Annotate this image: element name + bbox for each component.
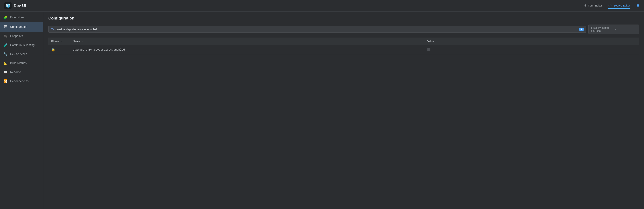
config-table: Phase ⇅ Name ⇅ Value 🔒 bbox=[48, 38, 639, 54]
logo-area: 🧊 Dev UI bbox=[4, 2, 48, 10]
cell-value[interactable] bbox=[424, 45, 639, 54]
sidebar-item-label: Build Metrics bbox=[10, 62, 27, 65]
sidebar-item-label: Dev Services bbox=[10, 52, 27, 56]
sidebar-item-label: Continuous Testing bbox=[10, 44, 35, 47]
sidebar-item-readme[interactable]: 📖 Readme bbox=[0, 68, 43, 77]
search-badge: 1 bbox=[580, 28, 584, 31]
filter-icon bbox=[51, 28, 54, 31]
form-editor-button[interactable]: ⚙ Form Editor bbox=[584, 3, 602, 9]
sidebar-item-label: Dependencies bbox=[10, 80, 28, 83]
endpoints-icon: 🔌 bbox=[4, 34, 8, 38]
source-editor-icon: </> bbox=[608, 4, 612, 7]
config-value-checkbox[interactable] bbox=[427, 48, 430, 51]
top-bar-actions: ⚙ Form Editor </> Source Editor 🖥 bbox=[584, 3, 640, 9]
sidebar-item-label: Configuration bbox=[10, 25, 27, 28]
column-header-value: Value bbox=[424, 38, 639, 45]
svg-point-5 bbox=[4, 27, 5, 28]
sidebar-item-build-metrics[interactable]: 📐 Build Metrics bbox=[0, 59, 43, 68]
sidebar-item-endpoints[interactable]: 🔌 Endpoints bbox=[0, 32, 43, 40]
build-metrics-icon: 📐 bbox=[4, 61, 8, 65]
svg-point-3 bbox=[4, 25, 5, 26]
monitor-icon[interactable]: 🖥 bbox=[636, 4, 640, 8]
filter-bar: 1 Filter by config sources ▼ bbox=[48, 24, 639, 34]
sidebar: 🧩 Extensions Configuration 🔌 Endpoints � bbox=[0, 12, 43, 209]
cell-name: quarkus.dapr.devservices.enabled bbox=[70, 45, 424, 54]
continuous-testing-icon: 🧪 bbox=[4, 43, 8, 47]
chevron-down-icon: ▼ bbox=[614, 28, 636, 31]
cell-phase: 🔒 bbox=[48, 45, 70, 54]
sidebar-item-dev-services[interactable]: 🔧 Dev Services bbox=[0, 50, 43, 59]
app-logo: 🧊 bbox=[4, 2, 12, 10]
main-layout: 🧩 Extensions Configuration 🔌 Endpoints � bbox=[0, 12, 644, 209]
top-bar: 🧊 Dev UI ⚙ Form Editor </> Source Editor… bbox=[0, 0, 644, 12]
extensions-icon: 🧩 bbox=[4, 16, 8, 20]
app-title: Dev UI bbox=[14, 4, 26, 8]
sidebar-item-continuous-testing[interactable]: 🧪 Continuous Testing bbox=[0, 40, 43, 50]
sidebar-item-dependencies[interactable]: 🔀 Dependencies bbox=[0, 77, 43, 86]
column-header-phase[interactable]: Phase ⇅ bbox=[48, 38, 70, 45]
svg-point-4 bbox=[6, 26, 7, 27]
table-header-row: Phase ⇅ Name ⇅ Value bbox=[48, 38, 639, 45]
search-box: 1 bbox=[48, 26, 586, 33]
dev-services-icon: 🔧 bbox=[4, 52, 8, 56]
page-title: Configuration bbox=[48, 16, 639, 20]
content-area: Configuration 1 Filter by config sources… bbox=[43, 12, 644, 209]
dependencies-icon: 🔀 bbox=[4, 79, 8, 83]
sort-icon-name: ⇅ bbox=[82, 40, 84, 43]
column-header-name[interactable]: Name ⇅ bbox=[70, 38, 424, 45]
sidebar-item-label: Readme bbox=[10, 70, 21, 74]
sidebar-item-label: Extensions bbox=[10, 16, 24, 19]
sidebar-item-label: Endpoints bbox=[10, 34, 23, 38]
sidebar-item-configuration[interactable]: Configuration bbox=[0, 22, 43, 32]
sidebar-item-extensions[interactable]: 🧩 Extensions bbox=[0, 13, 43, 22]
configuration-icon bbox=[4, 24, 8, 29]
config-name-value: quarkus.dapr.devservices.enabled bbox=[73, 48, 125, 52]
filter-source-label: Filter by config sources bbox=[591, 26, 613, 32]
table-row: 🔒 quarkus.dapr.devservices.enabled bbox=[48, 45, 639, 54]
sort-icon-phase: ⇅ bbox=[60, 40, 62, 43]
lock-icon: 🔒 bbox=[51, 48, 55, 52]
readme-icon: 📖 bbox=[4, 70, 8, 74]
search-input[interactable] bbox=[56, 28, 578, 31]
filter-source-dropdown[interactable]: Filter by config sources ▼ bbox=[588, 24, 639, 34]
source-editor-button[interactable]: </> Source Editor bbox=[608, 3, 630, 9]
form-editor-icon: ⚙ bbox=[584, 4, 587, 7]
